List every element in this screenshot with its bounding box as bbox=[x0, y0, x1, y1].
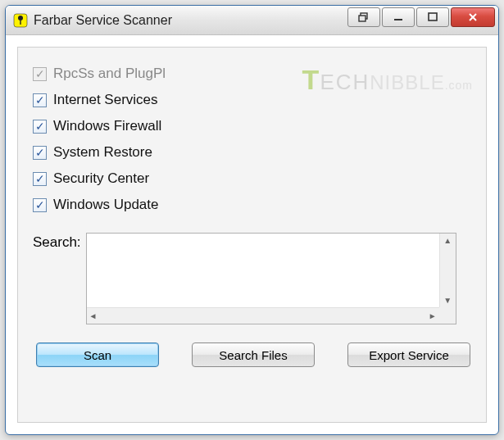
svg-rect-6 bbox=[429, 13, 437, 20]
check-windows-firewall[interactable]: ✓ Windows Firewall bbox=[33, 113, 471, 139]
checkbox-icon[interactable]: ✓ bbox=[33, 93, 47, 107]
check-windows-update[interactable]: ✓ Windows Update bbox=[33, 192, 471, 218]
check-security-center[interactable]: ✓ Security Center bbox=[33, 166, 471, 192]
scroll-right-icon[interactable]: ► bbox=[426, 309, 439, 323]
titlebar[interactable]: Farbar Service Scanner bbox=[6, 6, 498, 35]
vertical-scrollbar[interactable]: ▲ ▼ bbox=[439, 234, 456, 307]
svg-rect-2 bbox=[20, 20, 20, 25]
checkbox-icon[interactable]: ✓ bbox=[33, 120, 47, 134]
check-label: RpcSs and PlugPl bbox=[53, 66, 166, 82]
button-row: Scan Search Files Export Service bbox=[33, 342, 471, 367]
check-rpcss-plugpl: ✓ RpcSs and PlugPl bbox=[33, 61, 471, 87]
check-label: Security Center bbox=[53, 170, 149, 187]
restore-down-button[interactable] bbox=[347, 7, 380, 27]
client-area: TECHNIBBLE.com ✓ RpcSs and PlugPl ✓ Inte… bbox=[17, 47, 487, 423]
check-label: System Restore bbox=[53, 144, 152, 161]
search-files-button[interactable]: Search Files bbox=[192, 342, 315, 367]
scroll-left-icon[interactable]: ◄ bbox=[87, 309, 100, 323]
scroll-corner bbox=[439, 307, 456, 324]
checkbox-icon: ✓ bbox=[33, 67, 47, 81]
svg-rect-4 bbox=[359, 16, 366, 21]
search-label: Search: bbox=[33, 233, 81, 251]
check-label: Windows Update bbox=[53, 197, 159, 213]
export-service-button[interactable]: Export Service bbox=[347, 342, 470, 367]
minimize-button[interactable] bbox=[382, 7, 415, 27]
check-label: Internet Services bbox=[53, 92, 158, 108]
checkbox-icon[interactable]: ✓ bbox=[33, 146, 47, 160]
maximize-button[interactable] bbox=[416, 7, 449, 27]
horizontal-scrollbar[interactable]: ◄ ► bbox=[87, 307, 439, 324]
checkbox-icon[interactable]: ✓ bbox=[33, 198, 47, 212]
app-window: Farbar Service Scanner TECHNIBBLE.com ✓ … bbox=[5, 5, 499, 435]
app-icon bbox=[12, 12, 29, 29]
check-label: Windows Firewall bbox=[53, 118, 161, 134]
scroll-down-icon[interactable]: ▼ bbox=[441, 293, 454, 307]
titlebar-buttons bbox=[347, 7, 495, 27]
search-input[interactable] bbox=[87, 234, 439, 307]
search-row: Search: ▲ ▼ ◄ ► bbox=[33, 233, 471, 324]
svg-rect-5 bbox=[394, 19, 402, 20]
close-button[interactable] bbox=[451, 7, 495, 27]
check-system-restore[interactable]: ✓ System Restore bbox=[33, 139, 471, 166]
search-box: ▲ ▼ ◄ ► bbox=[86, 233, 456, 324]
scan-button[interactable]: Scan bbox=[36, 342, 159, 367]
checkbox-icon[interactable]: ✓ bbox=[33, 172, 47, 186]
check-internet-services[interactable]: ✓ Internet Services bbox=[33, 87, 471, 113]
svg-point-1 bbox=[18, 16, 23, 20]
scroll-up-icon[interactable]: ▲ bbox=[441, 234, 454, 247]
